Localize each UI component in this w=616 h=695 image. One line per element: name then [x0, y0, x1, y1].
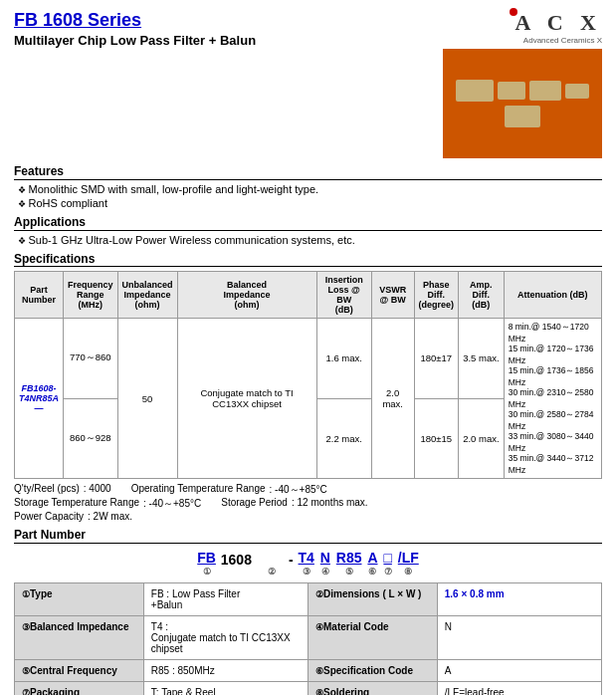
acx-logo: A C X Advanced Ceramics X [443, 10, 602, 45]
acx-dot [510, 8, 517, 16]
specs-title: Specifications [14, 252, 602, 267]
col-phase: PhaseDiff.(degree) [414, 272, 459, 319]
applications-list: Sub-1 GHz Ultra-Low Power Wireless commu… [14, 234, 602, 246]
pn-r85-text: R85 [336, 550, 362, 566]
power-label: Power Capacity [14, 511, 84, 522]
feature-item-1: Monolithic SMD with small, low-profile a… [18, 183, 602, 195]
header-section: FB 1608 Series Multilayer Chip Low Pass … [14, 10, 602, 158]
chip-5 [505, 106, 540, 127]
legend-value-4: N [437, 616, 601, 660]
freq-1: 770～860 [64, 319, 118, 399]
unbal-cell: 50 [117, 319, 177, 479]
legend-label-4: ④ Material Code [308, 616, 437, 660]
pn-sep-3 [315, 550, 319, 568]
atten-cell: 8 min.@ 1540～1720 MHz 15 min.@ 1720～1736… [504, 319, 601, 479]
info-row-1: Q'ty/Reel (pcs) : 4000 Operating Tempera… [14, 483, 602, 497]
stor-period-value: : 12 months max. [292, 497, 368, 511]
freq-2: 860～928 [64, 398, 118, 479]
legend-value-1: FB : Low Pass Filter+Balun [143, 583, 308, 616]
pn-t4-text: T4 [299, 550, 314, 566]
part-number-diagram: FB ① 1608 1608 ② - T4 ③ N ④ R85 ⑤ A ⑥ □ … [14, 550, 602, 577]
legend-value-3: T4 :Conjugate match to TI CC13XX chipset [143, 616, 308, 660]
specs-table: PartNumber FrequencyRange(MHz) Unbalance… [14, 271, 602, 479]
col-amp: Amp. Diff.(dB) [459, 272, 505, 319]
stor-temp: Storage Temperature Range : -40～+85°C [14, 497, 201, 511]
features-title: Features [14, 164, 602, 180]
qty-value: : 4000 [84, 483, 111, 497]
pn-1608: 1608 ② [257, 550, 288, 577]
pn-1608-num: ② [268, 567, 276, 577]
legend-label-7: ⑦ Packaging [15, 682, 144, 696]
subtitle: Multilayer Chip Low Pass Filter + Balun [14, 33, 256, 48]
col-freq: FrequencyRange(MHz) [64, 272, 118, 319]
chip-2 [498, 82, 525, 100]
qty-reel: Q'ty/Reel (pcs) : 4000 [14, 483, 111, 497]
op-temp-label: Operating Temperature Range [131, 483, 266, 497]
acx-logo-text: A C X [515, 10, 602, 35]
legend-label-3: ③ Balanced Impedance [15, 616, 144, 660]
pn-box-num: ⑦ [384, 567, 392, 577]
features-list: Monolithic SMD with small, low-profile a… [14, 183, 602, 209]
logo-and-image: A C X Advanced Ceramics X [443, 10, 602, 158]
col-ins: InsertionLoss @ BW(dB) [316, 272, 371, 319]
info-row-3: Power Capacity : 2W max. [14, 511, 602, 522]
op-temp-value: : -40～+85°C [270, 483, 327, 497]
legend-value-2: 1.6 × 0.8 mm [437, 583, 601, 616]
legend-value-8: /LF=lead-free [437, 682, 601, 696]
op-temp: Operating Temperature Range : -40～+85°C [131, 483, 327, 497]
pn-box: □ ⑦ [383, 550, 391, 577]
part-number-title: Part Number [14, 528, 602, 544]
stor-period-label: Storage Period [221, 497, 288, 511]
chip-3 [529, 81, 561, 101]
product-image [443, 49, 602, 158]
pn-box-text: □ [383, 550, 391, 566]
stor-temp-value: : -40～+85°C [143, 497, 201, 511]
info-row-2: Storage Temperature Range : -40～+85°C St… [14, 497, 602, 511]
pn-a-text: A [367, 550, 377, 566]
col-vswr: VSWR@ BW [371, 272, 414, 319]
legend-value-7: T: Tape & ReelB: Bulk [143, 682, 308, 696]
legend-label-5: ⑤ Central Frequency [15, 660, 144, 682]
header-left: FB 1608 Series Multilayer Chip Low Pass … [14, 10, 256, 48]
legend-value-5: R85 : 850MHz [143, 660, 308, 682]
vswr-cell: 2.0 max. [371, 319, 414, 479]
pn-t4-num: ③ [303, 567, 310, 577]
application-item-1: Sub-1 GHz Ultra-Low Power Wireless commu… [18, 234, 602, 246]
pn-lf: /LF ⑧ [398, 550, 419, 577]
pn-sep-1: 1608 [217, 550, 256, 568]
pn-lf-num: ⑧ [404, 567, 412, 577]
col-part: PartNumber [15, 272, 64, 319]
ins-1: 1.6 max. [316, 319, 371, 399]
info-section: Q'ty/Reel (pcs) : 4000 Operating Tempera… [14, 483, 602, 522]
col-atten: Attenuation (dB) [504, 272, 601, 319]
legend-label-8: ⑧ Soldering [308, 682, 437, 696]
feature-item-2: RoHS compliant [18, 197, 602, 209]
stor-period: Storage Period : 12 months max. [221, 497, 367, 511]
col-bal: BalancedImpedance(ohm) [177, 272, 316, 319]
pn-fb: FB ① [197, 550, 216, 577]
pn-lf-text: /LF [398, 550, 419, 566]
legend-row-1-2: ① Type FB : Low Pass Filter+Balun ② Dime… [15, 583, 602, 616]
legend-row-7-8: ⑦ Packaging T: Tape & ReelB: Bulk ⑧ Sold… [15, 682, 602, 696]
legend-row-5-6: ⑤ Central Frequency R85 : 850MHz ⑥ Speci… [15, 660, 602, 682]
legend-label-2: ② Dimensions ( L × W ) [308, 583, 437, 616]
legend-table: ① Type FB : Low Pass Filter+Balun ② Dime… [14, 582, 602, 695]
power-cap: Power Capacity : 2W max. [14, 511, 132, 522]
bal-cell: Conjugate match to TI CC13XX chipset [177, 319, 316, 479]
legend-label-6: ⑥ Specification Code [308, 660, 437, 682]
pn-sep-7 [393, 550, 397, 568]
applications-title: Applications [14, 215, 602, 231]
pn-sep-6 [379, 550, 383, 568]
chip-components [443, 74, 602, 133]
pn-fb-text: FB [197, 550, 216, 566]
amp-2: 2.0 max. [459, 398, 505, 479]
chip-1 [456, 80, 494, 102]
amp-1: 3.5 max. [459, 319, 505, 399]
legend-label-1: ① Type [15, 583, 144, 616]
pn-r85: R85 ⑤ [336, 550, 362, 577]
pn-n-num: ④ [321, 567, 329, 577]
pn-a: A ⑥ [367, 550, 377, 577]
pn-r85-num: ⑤ [345, 567, 353, 577]
acx-sub: Advanced Ceramics X [443, 36, 602, 45]
pn-sep-5 [363, 550, 367, 568]
